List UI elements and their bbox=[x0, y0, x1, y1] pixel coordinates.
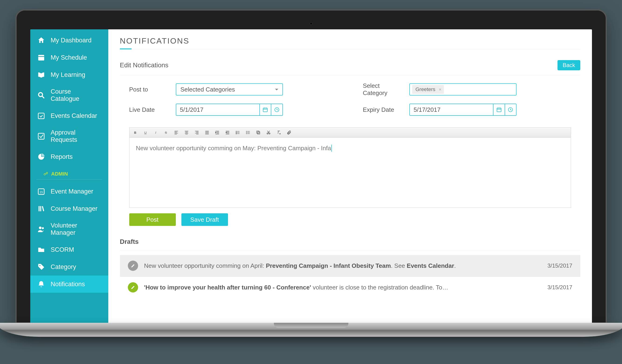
laptop-camera bbox=[310, 22, 313, 25]
svg-rect-20 bbox=[257, 132, 260, 134]
app-root: My Dashboard My Schedule My Learning Cou… bbox=[30, 29, 592, 323]
svg-point-1 bbox=[39, 93, 42, 97]
post-to-select[interactable]: Selected Categories bbox=[176, 83, 283, 96]
sidebar-item-volunteer-manager[interactable]: Volunteer Manager bbox=[30, 217, 108, 241]
indent-button[interactable] bbox=[214, 129, 221, 136]
editor-textarea[interactable]: New volunteer opportunity comming on May… bbox=[130, 138, 571, 208]
live-date-input[interactable] bbox=[176, 104, 259, 115]
svg-rect-21 bbox=[257, 131, 259, 133]
sidebar-item-course-catalogue[interactable]: Course Catalogue bbox=[30, 83, 108, 107]
edit-draft-icon[interactable] bbox=[128, 282, 138, 292]
svg-rect-12 bbox=[497, 108, 501, 112]
post-button[interactable]: Post bbox=[129, 213, 176, 226]
edit-draft-icon[interactable] bbox=[128, 261, 138, 271]
outdent-button[interactable] bbox=[224, 129, 231, 136]
clear-format-button[interactable] bbox=[275, 129, 282, 136]
laptop-base bbox=[0, 323, 622, 337]
sidebar-item-approval-requests[interactable]: Approval Requests bbox=[30, 124, 108, 148]
draft-text: New volunteer opportunity comming on Apr… bbox=[144, 262, 542, 269]
sidebar-item-course-manager[interactable]: Course Manager bbox=[30, 200, 108, 217]
drafts-list: New volunteer opportunity comming on Apr… bbox=[120, 255, 580, 298]
draft-row[interactable]: New volunteer opportunity comming on Apr… bbox=[120, 255, 580, 277]
strike-button[interactable]: S bbox=[163, 129, 170, 136]
sidebar-item-my-dashboard[interactable]: My Dashboard bbox=[30, 32, 108, 49]
svg-point-19 bbox=[246, 134, 247, 134]
back-button[interactable]: Back bbox=[558, 60, 580, 70]
svg-point-18 bbox=[246, 132, 247, 133]
checkbox-icon bbox=[37, 132, 45, 140]
main-content: NOTIFICATIONS Edit Notifications Back Po… bbox=[108, 29, 592, 323]
select-category-input[interactable]: Greeters × bbox=[409, 83, 517, 96]
sidebar-item-category[interactable]: Category bbox=[30, 258, 108, 275]
folder-icon bbox=[37, 246, 45, 254]
expiry-date-time-button[interactable] bbox=[505, 104, 516, 115]
category-tag-label: Greeters bbox=[415, 86, 435, 92]
rich-text-editor: B U I S 123 bbox=[129, 127, 571, 208]
edit-notifications-panel: Edit Notifications Back Post to Selected… bbox=[120, 58, 580, 228]
sidebar-item-events-calendar[interactable]: Events Calendar bbox=[30, 107, 108, 124]
live-date-calendar-button[interactable] bbox=[259, 104, 271, 115]
calendar-grid-icon bbox=[37, 54, 45, 61]
svg-point-4 bbox=[44, 173, 45, 175]
sidebar-item-my-learning[interactable]: My Learning bbox=[30, 66, 108, 83]
sidebar: My Dashboard My Schedule My Learning Cou… bbox=[30, 29, 108, 323]
svg-rect-10 bbox=[263, 108, 267, 112]
calendar-check-icon bbox=[37, 112, 45, 120]
search-icon bbox=[37, 91, 45, 99]
sidebar-item-reports[interactable]: Reports bbox=[30, 148, 108, 165]
svg-point-9 bbox=[39, 265, 40, 266]
expiry-date-label: Expiry Date bbox=[363, 106, 400, 114]
sidebar-item-label: Course Catalogue bbox=[51, 88, 101, 102]
sidebar-item-label: Event Manager bbox=[51, 188, 93, 195]
expiry-date-input[interactable] bbox=[410, 104, 493, 115]
underline-button[interactable]: U bbox=[142, 129, 149, 136]
editor-content-text: New volunteer opportunity comming on May… bbox=[136, 145, 332, 152]
sidebar-item-scorm[interactable]: SCORM bbox=[30, 241, 108, 258]
align-left-button[interactable] bbox=[173, 129, 180, 136]
sidebar-item-my-schedule[interactable]: My Schedule bbox=[30, 49, 108, 66]
save-draft-button[interactable]: Save Draft bbox=[181, 213, 228, 226]
bold-button[interactable]: B bbox=[132, 129, 139, 136]
live-date-label: Live Date bbox=[129, 106, 167, 114]
svg-text:3: 3 bbox=[236, 133, 236, 134]
unordered-list-button[interactable] bbox=[245, 129, 252, 136]
calendar-day-icon: 15 bbox=[37, 188, 45, 195]
sidebar-item-label: My Schedule bbox=[51, 54, 87, 61]
remove-tag-icon[interactable]: × bbox=[439, 87, 442, 92]
users-icon bbox=[37, 225, 45, 233]
calendar-icon bbox=[496, 107, 502, 113]
align-justify-button[interactable] bbox=[204, 129, 211, 136]
draft-text: 'How to improve your health after turnin… bbox=[144, 284, 542, 291]
chevron-down-icon bbox=[275, 89, 278, 92]
attachment-button[interactable] bbox=[286, 129, 292, 136]
svg-point-8 bbox=[42, 227, 44, 230]
sidebar-item-label: Approval Requests bbox=[51, 129, 101, 143]
bell-icon bbox=[37, 280, 45, 288]
pie-chart-icon bbox=[37, 153, 45, 161]
align-center-button[interactable] bbox=[183, 129, 190, 136]
svg-rect-3 bbox=[38, 133, 44, 139]
ordered-list-button[interactable]: 123 bbox=[234, 129, 241, 136]
draft-date: 3/15/2017 bbox=[547, 263, 572, 269]
svg-rect-0 bbox=[38, 55, 44, 60]
sidebar-item-label: Category bbox=[51, 263, 76, 271]
sidebar-item-label: Events Calendar bbox=[51, 112, 97, 119]
svg-point-17 bbox=[246, 131, 247, 132]
category-tag: Greeters × bbox=[412, 85, 444, 94]
copy-button[interactable] bbox=[255, 129, 262, 136]
book-open-icon bbox=[37, 71, 45, 79]
draft-row[interactable]: 'How to improve your health after turnin… bbox=[120, 277, 580, 298]
live-date-time-button[interactable] bbox=[271, 104, 282, 115]
sidebar-item-event-manager[interactable]: 15 Event Manager bbox=[30, 183, 108, 200]
expiry-date-calendar-button[interactable] bbox=[493, 104, 505, 115]
italic-button[interactable]: I bbox=[152, 129, 159, 136]
panel-title-text: Edit Notifications bbox=[120, 61, 169, 69]
sidebar-item-label: My Learning bbox=[51, 71, 85, 78]
align-right-button[interactable] bbox=[193, 129, 200, 136]
sidebar-item-label: My Dashboard bbox=[51, 37, 92, 44]
cut-button[interactable] bbox=[265, 129, 272, 136]
select-category-label: Select Category bbox=[363, 82, 400, 97]
home-icon bbox=[37, 36, 45, 44]
sidebar-item-notifications[interactable]: Notifications bbox=[30, 275, 108, 293]
svg-rect-2 bbox=[38, 113, 44, 119]
